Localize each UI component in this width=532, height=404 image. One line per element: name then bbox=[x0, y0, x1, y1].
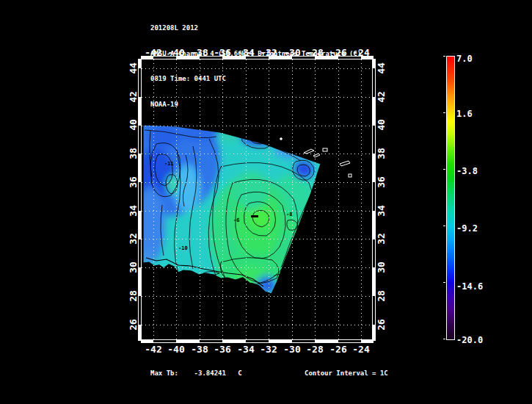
lat-tick-label-right: 30 bbox=[376, 261, 387, 273]
lat-tick-label-right: 36 bbox=[376, 176, 387, 188]
lat-tick-label-right: 26 bbox=[376, 319, 387, 331]
colorbar-label: -20.0 bbox=[456, 335, 483, 345]
gridline-h bbox=[142, 97, 373, 98]
lat-tick-label-left: 28 bbox=[128, 290, 139, 302]
contour-label: -11 bbox=[164, 161, 174, 167]
colorbar-tick bbox=[443, 112, 445, 113]
lon-tick-label-bottom: -28 bbox=[306, 344, 323, 355]
colorbar-label: 7.0 bbox=[456, 54, 473, 64]
lon-tick-label-bottom: -40 bbox=[167, 344, 184, 355]
gridline-h bbox=[142, 239, 373, 239]
gridline-h bbox=[142, 154, 373, 154]
lon-tick-label-top: -28 bbox=[306, 47, 323, 58]
colorbar-tick bbox=[443, 169, 445, 170]
gridline-v bbox=[292, 59, 293, 340]
colorbar-label: -3.8 bbox=[456, 166, 478, 176]
box-axis-segment bbox=[139, 325, 141, 340]
gridline-v bbox=[338, 59, 339, 340]
box-axis-segment bbox=[139, 267, 141, 296]
lat-tick-label-right: 44 bbox=[376, 62, 387, 74]
lat-tick-label-left: 26 bbox=[128, 319, 139, 331]
island-outline bbox=[280, 138, 283, 140]
island-outline bbox=[323, 148, 327, 151]
swath-fill bbox=[142, 101, 332, 298]
lat-tick-label-left: 30 bbox=[128, 261, 139, 273]
box-axis-segment bbox=[139, 154, 141, 182]
gridline-v bbox=[153, 59, 154, 340]
lon-tick-label-top: -30 bbox=[283, 47, 300, 58]
lon-tick-label-top: -32 bbox=[260, 47, 277, 58]
gridline-h bbox=[142, 267, 373, 268]
box-axis-segment bbox=[176, 340, 200, 342]
gridline-v bbox=[269, 59, 269, 340]
gridline-v bbox=[176, 59, 177, 340]
box-axis-segment bbox=[222, 340, 246, 342]
gridline-h bbox=[142, 296, 373, 297]
lon-tick-label-bottom: -42 bbox=[145, 344, 161, 355]
lat-tick-label-left: 36 bbox=[128, 176, 139, 188]
lat-tick-label-left: 44 bbox=[128, 62, 139, 74]
lat-tick-label-left: 40 bbox=[128, 119, 139, 131]
lon-tick-label-bottom: -32 bbox=[260, 344, 277, 355]
box-axis-segment bbox=[269, 340, 292, 342]
island-outline bbox=[349, 174, 351, 177]
lon-tick-label-top: -34 bbox=[237, 47, 254, 58]
box-axis-segment bbox=[142, 340, 153, 342]
island-outline bbox=[304, 149, 314, 154]
contour-label: -8 bbox=[286, 212, 292, 217]
contour-label: -10 bbox=[178, 245, 188, 251]
map-plot-area: -11 -10 -6 -8 bbox=[142, 59, 373, 340]
lat-tick-label-right: 38 bbox=[376, 148, 387, 159]
colorbar-label: 1.6 bbox=[456, 109, 473, 119]
box-axis-segment bbox=[361, 340, 373, 342]
gridline-h bbox=[142, 211, 373, 212]
lat-tick-label-left: 32 bbox=[128, 233, 139, 245]
gridline-v bbox=[315, 59, 316, 340]
lat-tick-label-right: 42 bbox=[376, 91, 387, 103]
gridline-h bbox=[142, 325, 373, 325]
lat-tick-label-right: 40 bbox=[376, 119, 387, 131]
box-axis-segment bbox=[139, 59, 141, 68]
gridline-h bbox=[142, 182, 373, 183]
amsua-brightness-temp-plot: 201208L 2012 AMSU-A Channel 4 (53.6GHz) … bbox=[0, 0, 532, 404]
lon-tick-label-top: -26 bbox=[329, 47, 346, 58]
lon-tick-label-bottom: -38 bbox=[191, 344, 208, 355]
box-axis-segment bbox=[139, 97, 141, 126]
box-axis-segment bbox=[315, 340, 338, 342]
lat-tick-label-left: 38 bbox=[128, 148, 139, 159]
lon-tick-label-bottom: -24 bbox=[352, 344, 369, 355]
max-tb-annotation: Max Tb: -3.84241 C bbox=[150, 369, 242, 377]
lon-tick-label-top: -42 bbox=[145, 47, 161, 58]
lon-tick-label-bottom: -30 bbox=[283, 344, 300, 355]
colorbar bbox=[446, 56, 455, 340]
island-outline bbox=[340, 161, 350, 166]
lon-tick-label-top: -40 bbox=[167, 47, 184, 58]
colorbar-tick bbox=[443, 282, 445, 283]
gridline-h bbox=[142, 68, 373, 69]
lat-tick-label-right: 28 bbox=[376, 290, 387, 302]
gridline-v bbox=[361, 59, 362, 340]
lon-tick-label-bottom: -34 bbox=[237, 344, 254, 355]
gridline-h bbox=[142, 126, 373, 126]
lon-tick-label-top: -24 bbox=[352, 47, 369, 58]
gridline-v bbox=[222, 59, 223, 340]
lon-tick-label-top: -36 bbox=[214, 47, 230, 58]
lon-tick-label-bottom: -26 bbox=[329, 344, 346, 355]
gridline-v bbox=[246, 59, 247, 340]
lat-tick-label-right: 32 bbox=[376, 233, 387, 245]
contour-label: -6 bbox=[233, 217, 239, 223]
lon-tick-label-top: -38 bbox=[191, 47, 208, 58]
storm-id: 201208L 2012 bbox=[150, 24, 361, 33]
lon-tick-label-bottom: -36 bbox=[214, 344, 230, 355]
colorbar-label: -14.6 bbox=[456, 281, 483, 292]
lat-tick-label-left: 34 bbox=[128, 205, 139, 217]
colorbar-tick bbox=[443, 56, 445, 57]
box-axis-segment bbox=[139, 211, 141, 239]
colorbar-label: -9.2 bbox=[456, 223, 478, 234]
gridline-v bbox=[200, 59, 200, 340]
lat-tick-label-right: 34 bbox=[376, 205, 387, 217]
contour-interval-annotation: Contour Interval = 1C bbox=[305, 369, 388, 377]
lat-tick-label-left: 42 bbox=[128, 91, 139, 103]
colorbar-tick bbox=[443, 339, 445, 339]
colorbar-tick bbox=[443, 226, 445, 226]
